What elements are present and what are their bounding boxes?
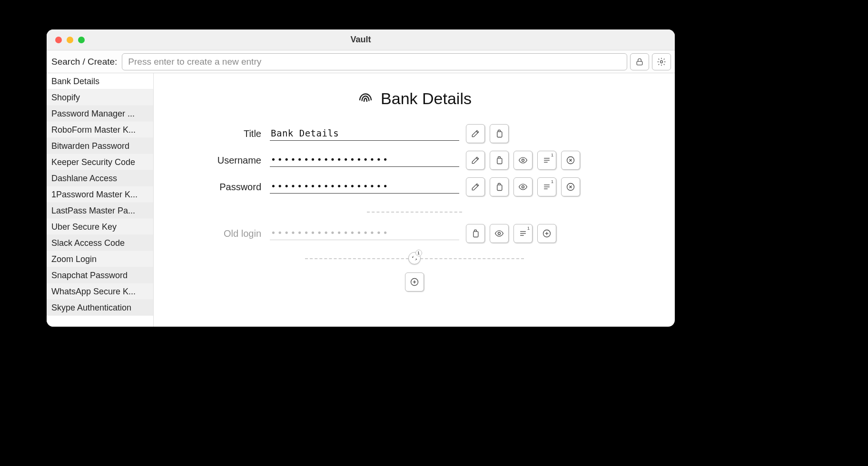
clipboard-icon	[494, 155, 504, 165]
add-field-button[interactable]	[405, 272, 424, 291]
entry-list[interactable]: Bank DetailsShopifyPassword Manager ...R…	[47, 73, 154, 327]
textarea-button[interactable]: 1	[537, 151, 556, 170]
edit-icon	[471, 182, 480, 192]
copy-button[interactable]	[490, 177, 509, 196]
list-item[interactable]: Password Manager ...	[47, 106, 153, 122]
copy-button[interactable]	[490, 151, 509, 170]
clear-button[interactable]	[561, 151, 580, 170]
reveal-button[interactable]	[490, 224, 509, 243]
eye-icon	[518, 155, 528, 165]
field-label: Title	[168, 128, 263, 139]
field-value: ••••••••••••••••••	[270, 227, 459, 240]
minimize-window-button[interactable]	[67, 37, 73, 43]
clipboard-icon	[471, 229, 480, 238]
clear-icon	[566, 155, 575, 165]
textarea-button[interactable]: 1	[537, 177, 556, 196]
edit-button[interactable]	[466, 177, 485, 196]
textarea-icon	[518, 229, 528, 238]
window-title: Vault	[47, 35, 675, 45]
list-item[interactable]: Bank Details	[47, 73, 153, 89]
edit-icon	[471, 129, 480, 138]
field-actions: 1	[466, 177, 580, 196]
body: Bank DetailsShopifyPassword Manager ...R…	[47, 73, 675, 327]
list-item[interactable]: Bitwarden Password	[47, 138, 153, 154]
list-item[interactable]: Shopify	[47, 89, 153, 106]
window-controls	[55, 37, 85, 43]
clipboard-icon	[494, 182, 504, 192]
entry-header: Bank Details	[168, 89, 661, 108]
list-item[interactable]: 1Password Master K...	[47, 186, 153, 203]
list-item[interactable]: RoboForm Master K...	[47, 122, 153, 138]
search-label: Search / Create:	[51, 57, 119, 67]
entry-title: Bank Details	[381, 89, 472, 108]
titlebar: Vault	[47, 29, 675, 50]
textarea-icon	[542, 182, 552, 192]
edit-button[interactable]	[466, 151, 485, 170]
copy-button[interactable]	[466, 224, 485, 243]
collapse-icon	[412, 255, 417, 261]
list-item[interactable]: Zoom Login	[47, 251, 153, 267]
toolbar: Search / Create:	[47, 50, 675, 73]
lock-icon	[635, 57, 644, 67]
settings-button[interactable]	[652, 53, 671, 70]
close-window-button[interactable]	[55, 37, 62, 43]
field-row-oldlogin: Old login •••••••••••••••••• 1	[168, 224, 661, 243]
field-actions	[466, 124, 509, 143]
field-row-title: Title Bank Details	[168, 124, 661, 143]
list-item[interactable]: LastPass Master Pa...	[47, 203, 153, 219]
add-icon	[542, 229, 552, 238]
entry-detail: Bank Details Title Bank Details Username…	[154, 73, 675, 327]
collapse-toggle[interactable]: 1	[408, 252, 421, 264]
textarea-icon	[542, 155, 552, 165]
zoom-window-button[interactable]	[78, 37, 85, 43]
list-item[interactable]: WhatsApp Secure K...	[47, 283, 153, 300]
clipboard-icon	[494, 129, 504, 138]
field-actions: 1	[466, 224, 556, 243]
eye-icon	[518, 182, 528, 192]
field-value: ••••••••••••••••••	[270, 180, 459, 194]
edit-icon	[471, 155, 480, 165]
fingerprint-icon	[357, 90, 374, 107]
copy-button[interactable]	[490, 124, 509, 143]
textarea-button[interactable]: 1	[513, 224, 533, 243]
reveal-button[interactable]	[513, 151, 533, 170]
clear-icon	[566, 182, 575, 192]
list-item[interactable]: Uber Secure Key	[47, 219, 153, 235]
field-row-password: Password •••••••••••••••••• 1	[168, 177, 661, 196]
search-input[interactable]	[122, 53, 627, 70]
field-label: Password	[168, 182, 263, 193]
list-item[interactable]: Snapchat Password	[47, 267, 153, 283]
section-divider	[367, 212, 462, 213]
list-item[interactable]: Keeper Security Code	[47, 154, 153, 170]
lock-button[interactable]	[630, 53, 649, 70]
add-icon	[410, 277, 419, 287]
app-window: Vault Search / Create: Bank DetailsShopi…	[47, 29, 675, 327]
field-actions: 1	[466, 151, 580, 170]
eye-icon	[494, 229, 504, 238]
field-value: Bank Details	[270, 127, 459, 141]
add-button[interactable]	[537, 224, 556, 243]
clear-button[interactable]	[561, 177, 580, 196]
list-item[interactable]: Dashlane Access	[47, 170, 153, 186]
add-field-row	[168, 272, 661, 291]
list-item[interactable]: Slack Access Code	[47, 235, 153, 251]
field-row-username: Username •••••••••••••••••• 1	[168, 151, 661, 170]
gear-icon	[657, 57, 666, 67]
field-label: Username	[168, 155, 263, 166]
list-item[interactable]: Skype Authentication	[47, 300, 153, 316]
reveal-button[interactable]	[513, 177, 533, 196]
field-label: Old login	[168, 228, 263, 239]
collapse-count: 1	[415, 250, 422, 256]
edit-button[interactable]	[466, 124, 485, 143]
field-value: ••••••••••••••••••	[270, 154, 459, 167]
